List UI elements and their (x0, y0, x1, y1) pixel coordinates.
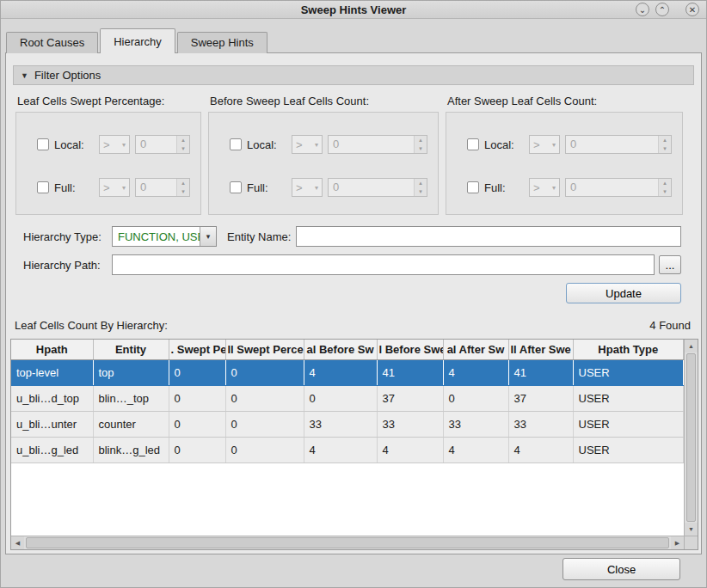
scroll-down-icon[interactable]: ▼ (685, 523, 698, 536)
operator-combo[interactable]: > ▾ (529, 178, 560, 197)
table-cell[interactable]: 33 (304, 411, 377, 437)
column-header-hpath-type[interactable]: Hpath Type (573, 340, 684, 359)
table-row[interactable]: u_bli…d_top blin…_top 0 0 0 37 0 37 USER (11, 385, 684, 411)
tab-sweep-hints[interactable]: Sweep Hints (177, 32, 267, 53)
table-cell[interactable]: 4 (443, 359, 508, 385)
local-checkbox[interactable] (37, 138, 49, 150)
update-button[interactable]: Update (566, 283, 681, 303)
column-header-full-before[interactable]: l Before Swe (377, 340, 443, 359)
table-cell[interactable]: 4 (304, 437, 377, 462)
table-cell[interactable]: USER (573, 437, 684, 462)
table-cell[interactable]: 4 (377, 437, 443, 462)
table-cell[interactable]: 33 (508, 411, 573, 437)
table-cell[interactable]: 0 (169, 359, 225, 385)
spin-down-icon[interactable]: ▾ (415, 187, 427, 196)
table-cell[interactable]: u_bli…unter (11, 411, 93, 437)
table-cell[interactable]: top (93, 359, 169, 385)
value-spinbox[interactable]: 0 ▴▾ (328, 135, 427, 154)
table-row[interactable]: u_bli…unter counter 0 0 33 33 33 33 USER (11, 411, 684, 437)
tab-root-causes[interactable]: Root Causes (6, 32, 98, 53)
spin-down-icon[interactable]: ▾ (177, 187, 189, 196)
table-cell[interactable]: u_bli…g_led (11, 437, 93, 462)
column-header-local-swept[interactable]: . Swept Pe (169, 340, 225, 359)
value-spinbox[interactable]: 0 ▴▾ (565, 135, 672, 154)
local-checkbox[interactable] (230, 138, 242, 150)
operator-combo[interactable]: > ▾ (292, 178, 323, 197)
entity-name-input[interactable] (296, 226, 681, 247)
spin-up-icon[interactable]: ▴ (177, 136, 189, 144)
vertical-scroll-thumb[interactable] (686, 353, 696, 522)
vertical-scrollbar[interactable]: ▲ ▼ (684, 340, 698, 536)
value-spinbox[interactable]: 0 ▴▾ (565, 178, 672, 197)
column-header-full-after[interactable]: ll After Swe (508, 340, 573, 359)
horizontal-scroll-thumb[interactable] (26, 537, 669, 548)
spin-up-icon[interactable]: ▴ (659, 136, 671, 144)
column-header-entity[interactable]: Entity (93, 340, 169, 359)
table-cell[interactable]: 0 (169, 437, 225, 462)
table-cell[interactable]: 37 (377, 385, 443, 411)
table-cell[interactable]: USER (573, 359, 684, 385)
close-button[interactable]: Close (563, 558, 680, 580)
unshade-window-icon[interactable]: ⌃ (655, 3, 669, 16)
table-cell[interactable]: 0 (225, 411, 304, 437)
operator-combo[interactable]: > ▾ (529, 135, 560, 154)
table-cell[interactable]: 0 (225, 359, 304, 385)
table-cell[interactable]: 0 (169, 411, 225, 437)
table-row[interactable]: top-level top 0 0 4 41 4 41 USER (11, 359, 684, 385)
filter-options-expander[interactable]: ▼ Filter Options (13, 65, 694, 85)
table-cell[interactable]: 4 (304, 359, 377, 385)
spin-down-icon[interactable]: ▾ (659, 144, 671, 153)
operator-combo[interactable]: > ▾ (99, 178, 130, 197)
column-header-local-before[interactable]: al Before Sw (304, 340, 377, 359)
spin-down-icon[interactable]: ▾ (659, 187, 671, 196)
operator-combo[interactable]: > ▾ (99, 135, 130, 154)
table-cell[interactable]: 4 (443, 437, 508, 462)
operator-combo[interactable]: > ▾ (292, 135, 323, 154)
browse-button[interactable]: ... (659, 255, 681, 274)
table-cell[interactable]: 0 (225, 385, 304, 411)
value-spinbox[interactable]: 0 ▴▾ (328, 178, 427, 197)
table-cell[interactable]: 41 (508, 359, 573, 385)
spin-up-icon[interactable]: ▴ (659, 179, 671, 187)
table-cell[interactable]: top-level (11, 359, 93, 385)
table-row[interactable]: u_bli…g_led blink…g_led 0 0 4 4 4 4 USER (11, 437, 684, 462)
spin-up-icon[interactable]: ▴ (415, 136, 427, 144)
scroll-left-icon[interactable]: ◀ (11, 536, 24, 549)
table-cell[interactable]: 33 (377, 411, 443, 437)
spin-up-icon[interactable]: ▴ (415, 179, 427, 187)
value-spinbox[interactable]: 0 ▴▾ (135, 178, 190, 197)
dropdown-arrow-icon[interactable]: ▾ (200, 227, 216, 246)
table-cell[interactable]: 41 (377, 359, 443, 385)
table-cell[interactable]: u_bli…d_top (11, 385, 93, 411)
column-header-local-after[interactable]: al After Sw (443, 340, 508, 359)
spin-up-icon[interactable]: ▴ (177, 179, 189, 187)
table-cell[interactable]: 4 (508, 437, 573, 462)
table-cell[interactable]: 0 (304, 385, 377, 411)
table-cell[interactable]: USER (573, 385, 684, 411)
full-checkbox[interactable] (230, 181, 242, 193)
spin-down-icon[interactable]: ▾ (415, 144, 427, 153)
hierarchy-type-combo[interactable]: FUNCTION, USER ▾ (112, 226, 217, 247)
table-cell[interactable]: 0 (443, 385, 508, 411)
table-cell[interactable]: blink…g_led (93, 437, 169, 462)
full-checkbox[interactable] (37, 181, 49, 193)
table-cell[interactable]: USER (573, 411, 684, 437)
close-window-icon[interactable]: ✕ (685, 3, 699, 16)
scroll-right-icon[interactable]: ▶ (671, 536, 684, 549)
table-cell[interactable]: counter (93, 411, 169, 437)
spin-down-icon[interactable]: ▾ (177, 144, 189, 153)
horizontal-scrollbar[interactable]: ◀ ▶ (11, 536, 684, 549)
shade-window-icon[interactable]: ⌄ (636, 3, 649, 16)
full-checkbox[interactable] (467, 181, 479, 193)
hierarchy-path-input[interactable] (112, 254, 655, 275)
column-header-full-swept[interactable]: ll Swept Perce (225, 340, 304, 359)
table-cell[interactable]: blin…_top (93, 385, 169, 411)
table-cell[interactable]: 0 (169, 385, 225, 411)
value-spinbox[interactable]: 0 ▴▾ (135, 135, 190, 154)
table-cell[interactable]: 0 (225, 437, 304, 462)
column-header-hpath[interactable]: Hpath (11, 340, 93, 359)
local-checkbox[interactable] (467, 138, 479, 150)
table-cell[interactable]: 33 (443, 411, 508, 437)
scroll-up-icon[interactable]: ▲ (685, 340, 698, 352)
table-cell[interactable]: 37 (508, 385, 573, 411)
